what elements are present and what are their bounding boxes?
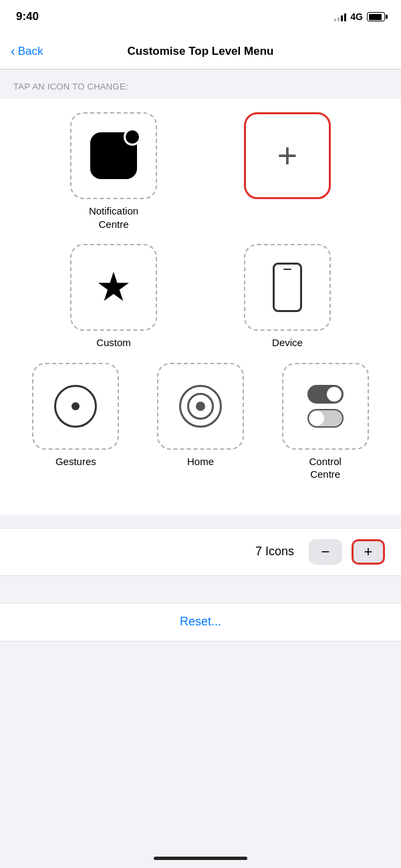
battery-icon <box>367 12 385 21</box>
status-bar: 9:40 4G <box>0 0 401 33</box>
plus-icon: + <box>277 138 297 173</box>
decrease-count-button[interactable]: − <box>309 539 342 565</box>
icons-row-1: NotificationCentre + <box>20 112 381 231</box>
gestures-icon <box>54 385 97 428</box>
bottom-space <box>0 641 401 829</box>
icon-label-device: Device <box>272 336 303 349</box>
icon-cell-add-new[interactable]: + <box>244 112 331 231</box>
icon-cell-device[interactable]: Device <box>244 244 331 349</box>
signal-icon <box>334 12 346 21</box>
status-icons: 4G <box>334 11 385 22</box>
icon-cell-home[interactable]: Home <box>157 363 244 481</box>
icons-row-2: ★ Custom Device <box>20 244 381 349</box>
home-indicator <box>154 857 247 860</box>
icons-row-3: Gestures Home <box>20 363 381 481</box>
device-icon <box>273 263 302 312</box>
status-time: 9:40 <box>16 10 39 23</box>
control-centre-icon <box>307 385 344 428</box>
network-type: 4G <box>350 11 363 22</box>
icon-cell-custom[interactable]: ★ Custom <box>70 244 157 349</box>
icon-label-gestures: Gestures <box>55 455 96 468</box>
icon-cell-gestures[interactable]: Gestures <box>32 363 119 481</box>
home-icon <box>179 385 222 428</box>
icon-label-custom: Custom <box>96 336 131 349</box>
page-title: Customise Top Level Menu <box>11 45 390 58</box>
section-header: TAP AN ICON TO CHANGE: <box>0 69 401 99</box>
icon-box-custom[interactable]: ★ <box>70 244 157 331</box>
separator <box>0 515 401 528</box>
icon-box-notification-centre[interactable] <box>70 112 157 199</box>
separator-2 <box>0 576 401 589</box>
section-header-text: TAP AN ICON TO CHANGE: <box>13 82 128 92</box>
icon-label-control-centre: ControlCentre <box>309 455 341 481</box>
increase-count-button[interactable]: + <box>352 539 385 565</box>
icon-box-device[interactable] <box>244 244 331 331</box>
icon-label-notification-centre: NotificationCentre <box>89 204 138 231</box>
icons-container: NotificationCentre + ★ Custom Device <box>0 99 401 515</box>
icon-label-home: Home <box>187 455 214 468</box>
nav-bar: ‹ Back Customise Top Level Menu <box>0 33 401 69</box>
icon-box-gestures[interactable] <box>32 363 119 450</box>
reset-button[interactable]: Reset... <box>180 615 221 629</box>
icon-count-bar: 7 Icons − + <box>0 528 401 576</box>
star-icon: ★ <box>96 267 132 307</box>
bottom-section: 7 Icons − + Reset... <box>0 515 401 829</box>
reset-section: Reset... <box>0 603 401 641</box>
icon-box-home[interactable] <box>157 363 244 450</box>
icon-box-add-new[interactable]: + <box>244 112 331 199</box>
icon-box-control-centre[interactable] <box>282 363 369 450</box>
icon-cell-notification-centre[interactable]: NotificationCentre <box>70 112 157 231</box>
icon-count-text: 7 Icons <box>255 545 294 559</box>
icon-cell-control-centre[interactable]: ControlCentre <box>282 363 369 481</box>
notification-centre-icon <box>90 132 137 179</box>
